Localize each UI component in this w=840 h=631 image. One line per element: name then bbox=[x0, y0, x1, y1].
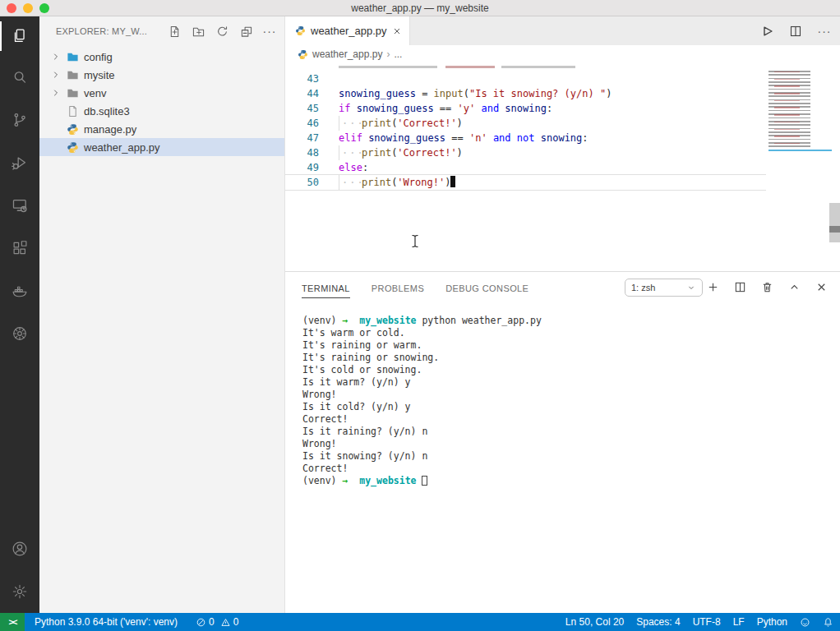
terminal-line: Is it warm? (y/n) y bbox=[302, 376, 832, 389]
activity-source-control-icon[interactable] bbox=[0, 99, 39, 141]
terminal-cursor bbox=[422, 476, 427, 486]
line-number: 44 bbox=[285, 86, 319, 101]
line-number: 43 bbox=[285, 71, 319, 86]
python-interpreter-status[interactable]: Python 3.9.0 64-bit ('venv': venv) bbox=[35, 616, 178, 628]
panel-tab-debug-console[interactable]: DEBUG CONSOLE bbox=[445, 279, 528, 297]
tab-bar: weather_app.py ··· bbox=[285, 16, 840, 45]
chevron-right-icon bbox=[49, 86, 62, 99]
tree-indent bbox=[49, 122, 62, 136]
file-tree-item-weather-app-py[interactable]: weather_app.py bbox=[39, 138, 284, 156]
breadcrumb[interactable]: weather_app.py › ... bbox=[285, 45, 840, 63]
chevron-down-icon bbox=[686, 283, 696, 292]
more-icon[interactable]: ··· bbox=[263, 25, 276, 38]
language-mode-status[interactable]: Python bbox=[757, 616, 787, 628]
notifications-bell-icon[interactable] bbox=[823, 617, 833, 628]
editor-group: weather_app.py ··· weather_app.py › ... … bbox=[285, 16, 840, 613]
breadcrumb-more[interactable]: ... bbox=[394, 48, 402, 60]
file-icon bbox=[66, 104, 79, 117]
terminal-line: Correct! bbox=[302, 463, 832, 475]
explorer-sidebar: EXPLORER: MY_W... ··· configmysitevenvdb… bbox=[39, 16, 285, 613]
maximize-panel-button[interactable] bbox=[787, 281, 801, 294]
problems-status[interactable]: 0 0 bbox=[196, 616, 238, 628]
terminal-line: Is it snowing? (y/n) n bbox=[302, 450, 832, 463]
code-line-44[interactable]: 44snowing_guess = input("Is it snowing? … bbox=[285, 86, 766, 101]
code-text: ···print('Correct!') bbox=[319, 116, 463, 131]
chevron-right-icon: › bbox=[386, 48, 390, 60]
breadcrumb-file[interactable]: weather_app.py bbox=[312, 48, 382, 60]
activity-remote-explorer-icon[interactable] bbox=[0, 184, 39, 227]
terminal-line: Wrong! bbox=[302, 438, 832, 450]
file-tree-item-venv[interactable]: venv bbox=[39, 84, 284, 102]
line-number: 45 bbox=[285, 101, 319, 116]
run-python-file-button[interactable] bbox=[759, 24, 774, 39]
file-label: db.sqlite3 bbox=[84, 105, 130, 117]
explorer-header: EXPLORER: MY_W... ··· bbox=[39, 16, 284, 46]
close-tab-icon[interactable] bbox=[392, 25, 403, 38]
activity-python-environment-icon[interactable] bbox=[0, 312, 39, 355]
collapse-folders-icon[interactable] bbox=[239, 25, 252, 38]
line-number: 48 bbox=[285, 145, 319, 160]
tree-indent bbox=[49, 104, 62, 117]
warning-triangle-icon bbox=[220, 617, 231, 628]
code-line-47[interactable]: 47elif snowing_guess == 'n' and not snow… bbox=[285, 131, 766, 145]
code-editor[interactable]: 4344snowing_guess = input("Is it snowing… bbox=[285, 63, 840, 271]
code-line-49[interactable]: 49else: bbox=[285, 160, 766, 175]
code-line-45[interactable]: 45if snowing_guess == 'y' and snowing: bbox=[285, 101, 766, 116]
panel-tab-problems[interactable]: PROBLEMS bbox=[372, 279, 424, 297]
line-number: 46 bbox=[285, 116, 319, 131]
editor-more-actions-button[interactable]: ··· bbox=[817, 24, 832, 39]
terminal-output[interactable]: (venv) → my_website python weather_app.p… bbox=[302, 315, 832, 487]
folder-icon bbox=[66, 68, 79, 81]
cursor-position-status[interactable]: Ln 50, Col 20 bbox=[565, 616, 624, 628]
remote-indicator[interactable]: >< bbox=[0, 613, 25, 631]
activity-accounts-icon[interactable] bbox=[0, 527, 39, 570]
close-panel-button[interactable] bbox=[815, 281, 828, 294]
file-tree-item-config[interactable]: config bbox=[39, 48, 284, 66]
activity-docker-icon[interactable] bbox=[0, 269, 39, 312]
panel: TERMINALPROBLEMSDEBUG CONSOLE 1: zsh (ve… bbox=[285, 271, 840, 613]
terminal-line: It's cold or snowing. bbox=[302, 364, 832, 376]
activity-settings-icon[interactable] bbox=[0, 570, 39, 613]
panel-tab-terminal[interactable]: TERMINAL bbox=[302, 279, 350, 298]
file-tree-item-db-sqlite3[interactable]: db.sqlite3 bbox=[39, 102, 284, 120]
shell-select-value: 1: zsh bbox=[631, 283, 655, 292]
window-title: weather_app.py — my_website bbox=[0, 0, 840, 16]
file-tree-item-manage-py[interactable]: manage.py bbox=[39, 120, 284, 138]
new-file-icon[interactable] bbox=[168, 25, 181, 38]
code-line-50[interactable]: 50···print('Wrong!') bbox=[285, 175, 766, 190]
minimap-current-line bbox=[768, 150, 832, 151]
split-editor-button[interactable] bbox=[788, 24, 803, 39]
terminal-line: It's raining or warm. bbox=[302, 339, 832, 352]
activity-explorer-icon[interactable] bbox=[0, 16, 39, 56]
activity-extensions-icon[interactable] bbox=[0, 227, 39, 269]
panel-header: TERMINALPROBLEMSDEBUG CONSOLE 1: zsh bbox=[285, 272, 840, 302]
terminal-shell-select[interactable]: 1: zsh bbox=[625, 279, 703, 297]
eol-status[interactable]: LF bbox=[733, 616, 745, 628]
terminal-line: It's raining or snowing. bbox=[302, 352, 832, 364]
code-text: snowing_guess = input("Is it snowing? (y… bbox=[319, 86, 612, 101]
new-terminal-button[interactable] bbox=[706, 281, 719, 294]
file-label: venv bbox=[84, 87, 106, 99]
new-folder-icon[interactable] bbox=[192, 25, 205, 38]
code-line-43[interactable]: 43 bbox=[285, 71, 766, 86]
code-line-48[interactable]: 48···print('Correct!') bbox=[285, 145, 766, 160]
terminal-line: (venv) → my_website python weather_app.p… bbox=[302, 315, 832, 327]
clipped-code-line bbox=[285, 63, 840, 70]
split-terminal-button[interactable] bbox=[733, 281, 746, 294]
indentation-status[interactable]: Spaces: 4 bbox=[636, 616, 680, 628]
tree-indent bbox=[49, 140, 62, 154]
activity-search-icon[interactable] bbox=[0, 56, 39, 99]
folder-icon bbox=[66, 86, 79, 99]
feedback-smiley-icon[interactable] bbox=[800, 617, 810, 628]
tab-weather-app[interactable]: weather_app.py bbox=[285, 16, 410, 45]
file-tree-item-mysite[interactable]: mysite bbox=[39, 66, 284, 84]
encoding-status[interactable]: UTF-8 bbox=[693, 616, 721, 628]
code-line-46[interactable]: 46···print('Correct!') bbox=[285, 116, 766, 131]
warning-count: 0 bbox=[233, 616, 239, 628]
editor-scrollbar[interactable] bbox=[829, 203, 840, 242]
kill-terminal-button[interactable] bbox=[760, 281, 773, 294]
activity-run-debug-icon[interactable] bbox=[0, 141, 39, 184]
minimap[interactable] bbox=[768, 71, 828, 153]
line-number: 47 bbox=[285, 131, 319, 145]
refresh-icon[interactable] bbox=[215, 25, 228, 38]
